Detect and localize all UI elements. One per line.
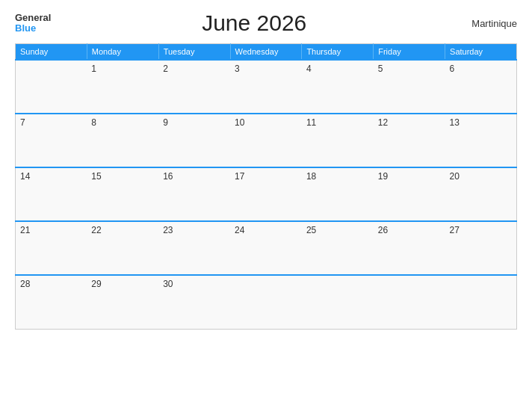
day-number: 18 [306,171,316,182]
calendar-day-cell: 4 [302,60,374,114]
calendar-day-cell: 30 [158,275,230,329]
day-number: 30 [163,279,173,289]
calendar-day-cell: 13 [445,114,517,167]
calendar-day-cell: 28 [16,275,87,329]
weekday-header: Sunday [16,44,87,61]
day-number: 1 [91,64,96,74]
calendar-day-cell: 26 [374,221,445,275]
calendar-header-row: SundayMondayTuesdayWednesdayThursdayFrid… [16,44,517,61]
calendar-day-cell: 17 [230,167,302,221]
calendar-day-cell [302,275,374,329]
day-number: 19 [378,171,388,182]
calendar-day-cell: 15 [87,167,158,221]
calendar-day-cell [230,275,302,329]
calendar-day-cell: 1 [87,60,158,114]
region-label: Martinique [457,18,517,29]
calendar-day-cell: 6 [445,60,517,114]
day-number: 14 [20,171,30,182]
calendar-day-cell: 24 [230,221,302,275]
day-number: 2 [163,64,168,74]
weekday-header: Monday [87,44,158,61]
day-number: 17 [235,171,244,182]
calendar-day-cell: 29 [87,275,158,329]
weekday-header: Saturday [445,44,517,61]
day-number: 20 [450,171,460,182]
day-number: 28 [20,279,30,289]
day-number: 3 [235,64,240,74]
weekday-header: Wednesday [230,44,302,61]
calendar-table: SundayMondayTuesdayWednesdayThursdayFrid… [15,43,517,330]
day-number: 9 [163,117,168,128]
calendar-day-cell: 25 [302,221,374,275]
day-number: 27 [450,225,460,235]
calendar-week-row: 21222324252627 [16,221,517,275]
calendar-day-cell: 21 [16,221,87,275]
calendar-day-cell: 16 [158,167,230,221]
calendar-day-cell [16,60,87,114]
day-number: 7 [20,117,25,128]
calendar-week-row: 123456 [16,60,517,114]
logo-blue-text: Blue [15,23,36,34]
calendar-day-cell [374,275,445,329]
calendar-day-cell: 14 [16,167,87,221]
calendar-day-cell: 7 [16,114,87,167]
day-number: 29 [91,279,101,289]
day-number: 21 [20,225,30,235]
calendar-header: General Blue June 2026 Martinique [15,7,517,39]
logo-general-text: General [15,13,51,23]
day-number: 11 [306,117,316,128]
day-number: 5 [378,64,383,74]
calendar-week-row: 78910111213 [16,114,517,167]
calendar-day-cell: 27 [445,221,517,275]
calendar-day-cell: 3 [230,60,302,114]
day-number: 8 [91,117,96,128]
calendar-day-cell: 2 [158,60,230,114]
day-number: 24 [235,225,244,235]
calendar-day-cell: 22 [87,221,158,275]
calendar-day-cell [445,275,517,329]
day-number: 13 [450,117,460,128]
day-number: 22 [91,225,101,235]
day-number: 15 [91,171,101,182]
weekday-header: Thursday [302,44,374,61]
calendar-day-cell: 9 [158,114,230,167]
day-number: 6 [450,64,455,74]
calendar-day-cell: 18 [302,167,374,221]
calendar-title: June 2026 [51,10,457,36]
calendar-day-cell: 12 [374,114,445,167]
day-number: 16 [163,171,173,182]
calendar-day-cell: 8 [87,114,158,167]
calendar-body: 1234567891011121314151617181920212223242… [16,60,517,329]
logo: General Blue [15,13,51,34]
calendar-day-cell: 19 [374,167,445,221]
calendar-day-cell: 20 [445,167,517,221]
day-number: 25 [306,225,316,235]
weekday-header: Tuesday [158,44,230,61]
calendar-day-cell: 11 [302,114,374,167]
calendar-day-cell: 10 [230,114,302,167]
day-number: 12 [378,117,388,128]
day-number: 26 [378,225,388,235]
day-number: 23 [163,225,173,235]
day-number: 4 [306,64,312,74]
calendar-week-row: 282930 [16,275,517,329]
weekday-header: Friday [374,44,445,61]
calendar-week-row: 14151617181920 [16,167,517,221]
calendar-day-cell: 5 [374,60,445,114]
calendar-day-cell: 23 [158,221,230,275]
day-number: 10 [235,117,244,128]
